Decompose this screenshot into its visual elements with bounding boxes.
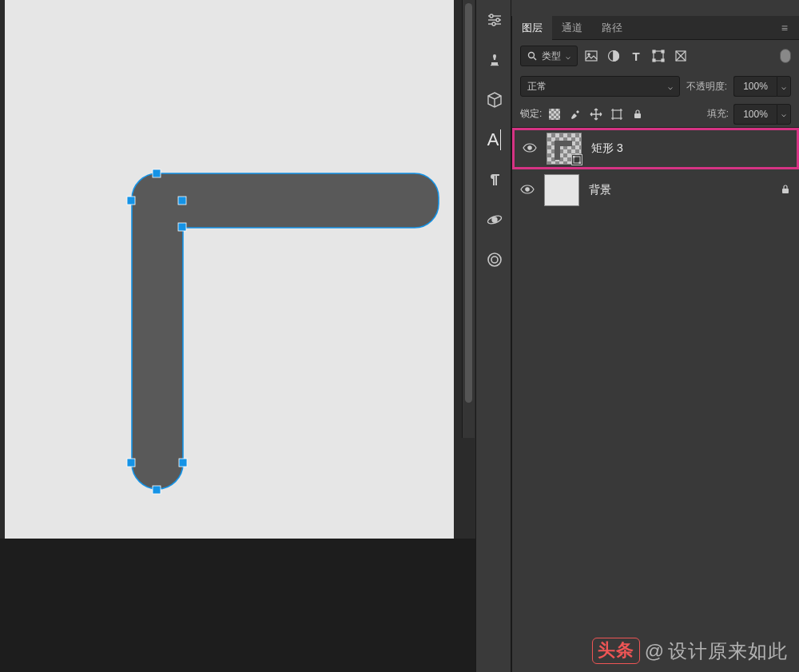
lock-label: 锁定: [520,107,542,121]
layer-name-label[interactable]: 矩形 3 [591,141,623,156]
svg-point-43 [528,145,531,149]
chevron-down-icon: ⌵ [566,52,570,61]
svg-point-20 [588,54,590,55]
panel-menu-icon[interactable]: ≡ [778,22,791,34]
svg-rect-28 [549,109,560,120]
blend-mode-select[interactable]: 正常 ⌵ [520,76,680,97]
stamp-icon[interactable] [476,40,512,80]
canvas-area[interactable] [0,0,475,672]
search-icon [527,51,537,61]
layer-name-label[interactable]: 背景 [589,183,611,197]
svg-rect-13 [491,65,499,66]
layers-panel: 图层 通道 路径 ≡ 类型 ⌵ T 正常 ⌵ 不透明度: [511,16,799,672]
opacity-label: 不透明度: [686,80,727,93]
paragraph-icon[interactable] [476,160,512,200]
svg-point-10 [490,14,493,18]
lock-row: 锁定: 填充: 100% ⌵ [512,101,799,128]
lock-brush-icon[interactable] [567,106,583,122]
tab-layers[interactable]: 图层 [512,16,552,40]
svg-point-16 [488,253,501,266]
locked-icon [780,184,791,197]
watermark-at: @ [645,640,665,662]
adjustments-icon[interactable] [476,0,512,40]
fill-value[interactable]: 100% [733,104,777,125]
svg-rect-23 [653,50,655,53]
svg-point-12 [492,22,495,26]
svg-rect-6 [153,486,161,494]
selected-shape[interactable] [0,0,475,559]
svg-point-47 [526,187,529,190]
svg-point-14 [492,217,497,222]
tab-channels[interactable]: 通道 [552,16,592,40]
opacity-dropdown-button[interactable]: ⌵ [777,76,791,97]
svg-rect-45 [573,156,574,157]
filter-smart-icon[interactable] [672,47,690,65]
svg-rect-0 [153,169,161,177]
blend-mode-row: 正常 ⌵ 不透明度: 100% ⌵ [512,72,799,101]
filter-toggle[interactable] [780,49,791,63]
right-top-strip [511,0,799,16]
tab-paths[interactable]: 路径 [592,16,632,40]
fill-dropdown-button[interactable]: ⌵ [777,104,791,125]
svg-point-11 [496,18,499,22]
svg-rect-26 [662,59,664,62]
chevron-down-icon: ⌵ [668,82,673,91]
type-A-label: A [487,129,502,150]
visibility-eye-icon[interactable] [520,185,535,197]
layer-thumbnail[interactable] [547,133,582,165]
layer-row-background[interactable]: 背景 [512,169,799,211]
vector-mask-badge [571,154,582,165]
lock-transparency-icon[interactable] [547,106,562,122]
blend-mode-value: 正常 [527,80,547,93]
l-shape-path[interactable] [132,173,439,489]
svg-rect-25 [653,59,655,62]
svg-rect-24 [662,50,664,53]
lock-artboard-icon[interactable] [609,106,625,122]
visibility-eye-icon[interactable] [523,143,537,155]
orbit-icon[interactable] [476,200,512,240]
filter-pixel-icon[interactable] [582,47,600,65]
watermark-author: 设计原来如此 [668,638,788,664]
filter-kind-select[interactable]: 类型 ⌵ [520,46,578,66]
svg-point-17 [529,53,535,58]
svg-rect-3 [178,223,186,231]
svg-rect-46 [579,162,581,164]
panel-tabs: 图层 通道 路径 ≡ [512,16,799,40]
cloud-sync-icon[interactable] [476,240,512,280]
filter-type-icon[interactable]: T [627,47,645,65]
svg-rect-33 [613,110,621,118]
layer-thumbnail[interactable] [544,174,579,206]
watermark-brand-chip: 头条 [592,638,640,664]
filter-adjustment-icon[interactable] [605,47,622,65]
svg-rect-5 [179,459,187,467]
filter-kind-label: 类型 [542,50,561,63]
svg-rect-2 [178,197,186,205]
layer-row-shape[interactable]: 矩形 3 [512,128,799,169]
svg-rect-1 [127,197,135,205]
lock-move-icon[interactable] [588,106,604,122]
filter-shape-icon[interactable] [650,47,667,65]
watermark: 头条 @ 设计原来如此 [592,638,788,664]
svg-rect-4 [127,459,135,467]
layer-filter-row: 类型 ⌵ T [512,40,799,72]
side-toolstrip: A [475,0,511,672]
type-A-icon[interactable]: A [476,120,512,160]
lock-all-icon[interactable] [630,106,646,122]
fill-label: 填充: [707,107,729,121]
svg-rect-42 [634,113,641,118]
svg-rect-19 [586,51,597,61]
cube-icon[interactable] [476,80,512,120]
opacity-value[interactable]: 100% [733,76,777,97]
svg-rect-48 [782,189,789,193]
svg-line-18 [534,58,536,60]
